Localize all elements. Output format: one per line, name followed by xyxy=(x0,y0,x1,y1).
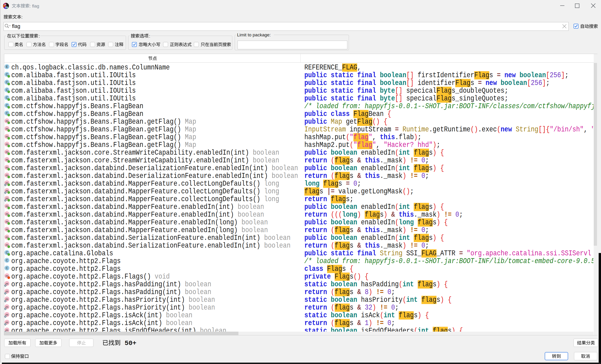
svg-text:DX: DX xyxy=(5,6,8,9)
svg-text:m: m xyxy=(5,313,8,316)
svg-text:E: E xyxy=(6,65,8,69)
svg-text:C: C xyxy=(6,266,8,270)
svg-text:m: m xyxy=(5,282,8,285)
svg-text:JA: JA xyxy=(4,3,6,6)
svg-text:m: m xyxy=(5,305,8,309)
svg-text:m: m xyxy=(5,328,8,332)
svg-text:m: m xyxy=(5,297,8,301)
svg-text:C: C xyxy=(6,258,8,262)
svg-text:m: m xyxy=(5,290,8,293)
svg-text:m: m xyxy=(5,321,8,324)
